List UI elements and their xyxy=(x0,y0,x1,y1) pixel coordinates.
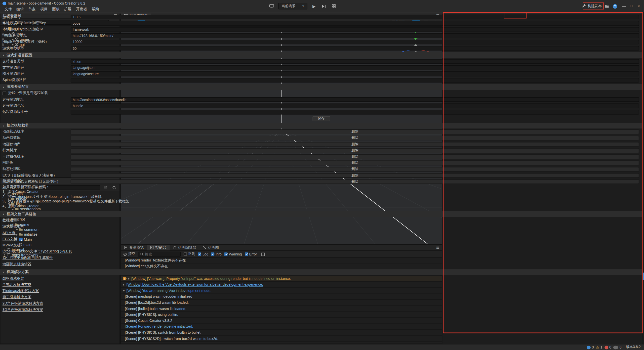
remote-load-checkbox[interactable] xyxy=(3,92,6,95)
section-caret-icon: ∨ xyxy=(3,212,5,216)
section-solutions[interactable]: ∨ 框架解决方案 xyxy=(0,269,642,275)
section-caret-icon: ∨ xyxy=(3,53,5,57)
status-bar: 3 ⚠ 1 0 0 版本3.8.2 xyxy=(0,344,644,350)
solution-link[interactable]: 战棋游戏框架 xyxy=(3,275,24,282)
inspector-panel: 属性检查器 构建发布 服务 框架配置 ∨ 游戏基础配置 游戏版本号 xyxy=(0,0,201,332)
redownload-step: 2、打开extensions文件中找到oops-plugin-framework… xyxy=(0,194,642,199)
section-docs[interactable]: ∨ 框架文档工具链接 xyxy=(0,211,642,217)
inspector-row: 远程资源包名 xyxy=(0,103,642,109)
remote-url-input[interactable] xyxy=(71,97,639,102)
inspector-row: 支持语言类型 xyxy=(0,58,642,65)
error-count[interactable]: 0 xyxy=(605,345,611,349)
delete-module-button[interactable]: 删除 xyxy=(71,161,639,165)
inspector-row: 本地数据CryptoES加密Key xyxy=(0,20,642,26)
lang-json-path-input[interactable] xyxy=(71,65,639,70)
section-caret-icon: ∨ xyxy=(3,271,5,274)
version-label: 版本3.8.2 xyxy=(626,345,641,350)
doc-link[interactable]: 动画状态机编辑器 xyxy=(3,261,31,267)
notification-count[interactable]: 0 xyxy=(613,345,621,349)
solution-link[interactable]: 全栈开发解决方案 xyxy=(3,282,31,288)
redownload-note: 如果需要重新下载框架代码： xyxy=(0,185,642,190)
menu-extension[interactable]: 扩展 xyxy=(62,6,74,12)
minimize-button[interactable]: — xyxy=(620,4,627,8)
inspector-row: Http服务器地址 xyxy=(0,33,642,39)
build-publish-button[interactable]: 构建发布 xyxy=(580,4,603,9)
remote-version-input[interactable] xyxy=(71,110,639,114)
framework-config-body: ∨ 游戏基础配置 游戏版本号 本地数据CryptoES加密Key 本地数据Cry… xyxy=(0,7,642,350)
delete-module-button[interactable]: 删除 xyxy=(71,129,639,134)
redownload-step: 1、关闭Cocos Creator xyxy=(0,190,642,194)
save-button[interactable]: 保存 xyxy=(312,116,330,121)
menu-node[interactable]: 节点 xyxy=(26,6,38,12)
maximize-button[interactable]: □ xyxy=(628,4,635,8)
close-button[interactable]: × xyxy=(635,4,642,8)
menu-edit[interactable]: 编辑 xyxy=(14,6,26,12)
inspector-row: Http服务器请求超时（毫秒） xyxy=(0,39,642,45)
inspector-row: 游戏版本号 xyxy=(0,14,642,20)
game-version-input[interactable] xyxy=(71,15,639,20)
delete-module-button[interactable]: 删除 xyxy=(71,167,639,172)
spine-path-input[interactable] xyxy=(71,78,639,82)
module-row: 动画状态机库 删除 xyxy=(0,129,642,135)
inspector-row: 远程资源地址 xyxy=(0,97,642,103)
solution-link[interactable]: 新手引导解决方案 xyxy=(3,294,31,300)
step-button[interactable] xyxy=(320,3,327,9)
section-resource[interactable]: ∨ 游戏资源配置 xyxy=(0,84,642,90)
crypto-key-input[interactable] xyxy=(71,21,639,26)
doc-link[interactable]: API文档 xyxy=(3,230,16,236)
languages-input[interactable] xyxy=(71,59,639,64)
help-icon[interactable]: ? xyxy=(613,4,617,9)
delete-module-button[interactable]: 删除 xyxy=(71,148,639,153)
section-modules[interactable]: ∨ 框架模块裁剪 xyxy=(0,123,642,128)
menu-panel[interactable]: 面板 xyxy=(50,6,62,12)
inspector-row: Spine资源路径 xyxy=(0,77,642,83)
inspector-row: 游戏每秒帧率 xyxy=(0,45,642,51)
doc-link[interactable]: 原生包热更新配置自动生成插件 xyxy=(3,255,53,261)
delete-module-button[interactable]: 删除 xyxy=(71,136,639,141)
solution-link[interactable]: 3D角色扮演游戏解决方案 xyxy=(3,307,43,313)
fps-input[interactable] xyxy=(71,46,639,51)
scrollbar-thumb[interactable] xyxy=(642,273,644,280)
delete-module-button[interactable]: 删除 xyxy=(71,179,639,184)
scene-select-dropdown[interactable]: 当前场景 ∨ xyxy=(278,3,307,9)
menu-bar: 文件 编辑 节点 项目 面板 扩展 开发者 帮助 xyxy=(3,6,101,12)
cocos-logo-icon xyxy=(3,2,6,5)
doc-link[interactable]: Excel格式转Json文件与TypeScript代码工具 xyxy=(3,248,72,255)
doc-link[interactable]: 游戏模板项目 xyxy=(3,224,24,230)
warning-count[interactable]: ⚠ 1 xyxy=(596,345,602,349)
section-language[interactable]: ∨ 游戏多语言配置 xyxy=(0,52,642,58)
inspector-row: 本地数据CryptoES加密IV xyxy=(0,26,642,33)
http-server-input[interactable] xyxy=(71,33,639,38)
doc-link[interactable]: 教程项目 xyxy=(3,217,17,224)
doc-link[interactable]: MVVM文档 xyxy=(3,242,21,248)
menu-help[interactable]: 帮助 xyxy=(90,6,101,12)
menu-project[interactable]: 项目 xyxy=(38,6,50,12)
inspector-row: 远程资源版本号 xyxy=(0,109,642,115)
crypto-iv-input[interactable] xyxy=(71,27,639,32)
preview-layout-icon[interactable] xyxy=(330,3,337,9)
remote-bundle-input[interactable] xyxy=(71,104,639,108)
delete-module-button[interactable]: 删除 xyxy=(71,173,639,178)
inspector-row: 文本资源路径 xyxy=(0,65,642,71)
remote-load-row: 游戏中资源是否远程加载 xyxy=(0,90,642,97)
menu-developer[interactable]: 开发者 xyxy=(74,6,89,12)
menu-file[interactable]: 文件 xyxy=(3,6,14,12)
lang-texture-path-input[interactable] xyxy=(71,72,639,76)
http-timeout-input[interactable] xyxy=(71,40,639,45)
info-icon xyxy=(587,345,591,349)
play-button[interactable]: ▶ xyxy=(311,3,317,9)
inspector-row: 图片资源路径 xyxy=(0,71,642,77)
open-folder-icon[interactable] xyxy=(603,3,610,9)
preview-target-icon[interactable] xyxy=(268,3,275,9)
info-count[interactable]: 3 xyxy=(587,345,594,349)
inspector-scrollbar[interactable] xyxy=(642,7,644,350)
module-row: ECS（删除后模板项目无法使用） 删除 xyxy=(0,172,642,179)
module-row: 动画移动库 删除 xyxy=(0,141,642,148)
solution-link[interactable]: Tiledmap地图解决方案 xyxy=(3,288,39,294)
delete-module-button[interactable]: 删除 xyxy=(71,154,639,159)
doc-link[interactable]: ECS文档 xyxy=(3,236,17,242)
solution-link[interactable]: 2D角色扮演游戏解决方案 xyxy=(3,300,43,307)
cocos-creator-window: main.scene - oops-game-kit - Cocos Creat… xyxy=(0,0,644,350)
delete-module-button[interactable]: 删除 xyxy=(71,142,639,147)
warning-icon: ⚠ xyxy=(596,345,599,349)
